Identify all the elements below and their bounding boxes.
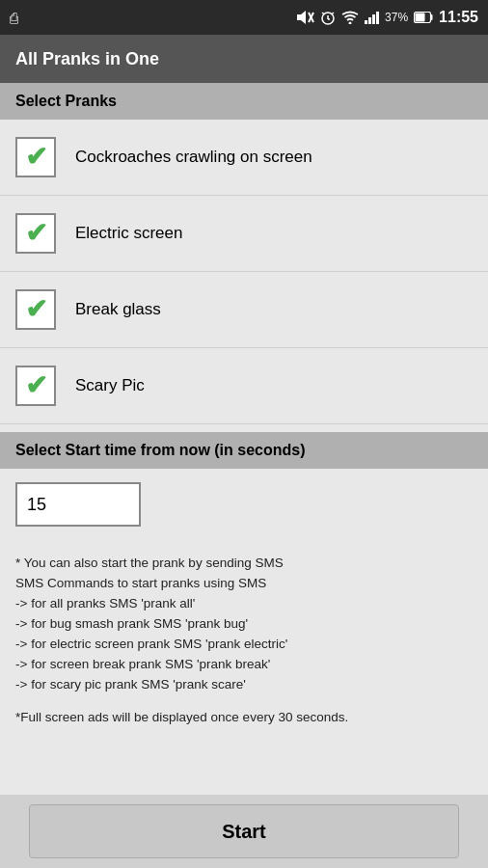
prank-label-electric: Electric screen bbox=[75, 224, 182, 243]
svg-line-6 bbox=[322, 13, 325, 14]
checkmark-glass: ✔ bbox=[25, 296, 47, 323]
checkmark-cockroaches: ✔ bbox=[25, 144, 47, 171]
pranks-header-text: Select Pranks bbox=[15, 93, 117, 109]
prank-item-4[interactable]: ✔ Scary Pic bbox=[0, 348, 488, 424]
prank-item-2[interactable]: ✔ Electric screen bbox=[0, 196, 488, 272]
main-content: Select Pranks ✔ Cockroaches crawling on … bbox=[0, 83, 488, 868]
title-bar: All Pranks in One bbox=[0, 35, 488, 83]
checkbox-electric[interactable]: ✔ bbox=[15, 213, 56, 254]
svg-line-7 bbox=[332, 13, 335, 14]
prank-label-cockroaches: Cockroaches crawling on screen bbox=[75, 148, 312, 167]
svg-point-8 bbox=[349, 22, 352, 25]
time-header-text: Select Start time from now (in seconds) bbox=[15, 442, 306, 458]
prank-item-1[interactable]: ✔ Cockroaches crawling on screen bbox=[0, 120, 488, 196]
time-section-header: Select Start time from now (in seconds) bbox=[0, 432, 488, 469]
start-button[interactable]: Start bbox=[29, 804, 459, 858]
svg-rect-10 bbox=[431, 14, 433, 20]
start-button-wrapper: Start bbox=[0, 795, 488, 868]
battery-level: 37% bbox=[385, 11, 408, 24]
checkbox-scary[interactable]: ✔ bbox=[15, 366, 56, 406]
checkmark-scary: ✔ bbox=[25, 372, 47, 399]
checkbox-cockroaches[interactable]: ✔ bbox=[15, 137, 56, 177]
info-text: * You can also start the prank by sendin… bbox=[15, 554, 473, 694]
checkbox-glass[interactable]: ✔ bbox=[15, 289, 56, 330]
svg-marker-0 bbox=[297, 11, 306, 24]
checkmark-electric: ✔ bbox=[25, 220, 47, 247]
signal-bars bbox=[365, 11, 379, 24]
prank-label-scary: Scary Pic bbox=[75, 376, 145, 395]
wifi-icon bbox=[341, 11, 359, 24]
ads-text: *Full screen ads will be displayed once … bbox=[15, 708, 473, 728]
status-bar: ⎙ 37% bbox=[0, 0, 488, 35]
prank-label-glass: Break glass bbox=[75, 300, 161, 319]
mute-icon bbox=[297, 11, 314, 24]
status-left: ⎙ bbox=[10, 10, 18, 26]
pranks-section-header: Select Pranks bbox=[0, 83, 488, 120]
time-input[interactable] bbox=[15, 482, 141, 527]
status-time: 11:55 bbox=[439, 9, 478, 26]
svg-rect-11 bbox=[416, 14, 425, 22]
battery-icon bbox=[414, 12, 433, 23]
app-title: All Pranks in One bbox=[15, 49, 159, 69]
time-input-wrapper bbox=[0, 469, 488, 540]
status-right: 37% 11:55 bbox=[297, 9, 478, 26]
prank-item-3[interactable]: ✔ Break glass bbox=[0, 272, 488, 348]
info-section: * You can also start the prank by sendin… bbox=[0, 540, 488, 742]
usb-icon: ⎙ bbox=[10, 10, 18, 26]
alarm-icon bbox=[320, 10, 336, 25]
